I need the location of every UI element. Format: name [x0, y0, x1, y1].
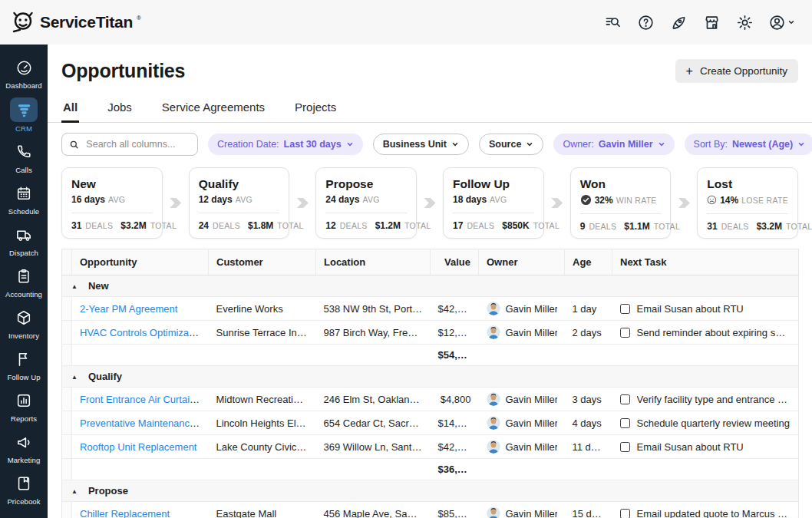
truck-icon [15, 226, 33, 244]
owner-name: Gavin Miller [506, 441, 557, 453]
calendar-icon [15, 185, 32, 202]
tab-service-agreements[interactable]: Service Agreements [160, 94, 266, 123]
tab-jobs[interactable]: Jobs [106, 94, 134, 123]
filter-creation-date[interactable]: Creation Date: Last 30 days [208, 134, 363, 155]
sort-by-dropdown[interactable]: Sort By: Newest (Age) [685, 134, 812, 155]
deals-label: DEALS [467, 221, 494, 230]
plus-icon: + [686, 65, 693, 78]
page-title: Opportunities [61, 60, 185, 82]
sidebar-item-inventory[interactable]: Inventory [0, 302, 48, 344]
sidebar-item-crm[interactable]: CRM [0, 94, 48, 137]
column-header-location: Location [316, 249, 431, 275]
opportunity-link[interactable]: HVAC Controls Optimization [80, 327, 205, 338]
total-value: $1.2M [375, 220, 401, 231]
filter-label: Creation Date: [217, 139, 279, 150]
stage-card-won[interactable]: Won 32%WIN RATE 9DEALS $1.1MTOTAL [570, 167, 672, 239]
chevron-down-icon [797, 140, 805, 148]
servicetitan-mascot-icon [10, 9, 36, 35]
create-opportunity-button[interactable]: + Create Opportunity [675, 59, 798, 83]
table-row[interactable]: Rooftop Unit Replacement Lake County Civ… [62, 435, 799, 459]
sidebar-nav: Dashboard CRM Calls Schedule Dispatch Ac… [0, 45, 48, 518]
filter-owner[interactable]: Owner: Gavin Miller [553, 134, 674, 155]
age-cell: 2 days [565, 321, 612, 345]
location-cell: 456 Maple Ave, San Die... [316, 502, 431, 518]
collapse-caret-icon[interactable]: ▲ [71, 488, 78, 495]
filter-value: Gavin Miller [599, 139, 653, 150]
help-icon[interactable] [636, 13, 655, 31]
brand-name: ServiceTitan [40, 13, 133, 31]
sidebar-item-calls[interactable]: Calls [0, 137, 48, 178]
opportunity-link[interactable]: Front Entrance Air Curtain In... [80, 394, 209, 405]
avatar [487, 440, 500, 454]
chevron-down-icon [526, 140, 533, 148]
stage-card-qualify[interactable]: Qualify 12 daysAVG 24DEALS $1.8MTOTAL [189, 167, 290, 239]
sidebar-item-projects[interactable]: Projects [0, 510, 48, 518]
customer-cell: Lake County Civic Hall [209, 435, 316, 459]
sidebar-item-follow-up[interactable]: Follow Up [0, 344, 48, 385]
stage-name: New [71, 177, 153, 191]
marketplace-icon[interactable] [702, 13, 721, 31]
stage-arrow-icon [163, 167, 189, 239]
pipeline-stage-cards: New 16 daysAVG 31DEALS $3.2MTOTAL Qualif… [48, 165, 812, 239]
sidebar-item-accounting[interactable]: Accounting [0, 261, 48, 302]
location-cell: 654 Cedar Ct, Sacramen... [316, 411, 431, 435]
stage-metric-value: 32% [595, 195, 613, 206]
stage-card-lost[interactable]: Lost 14%LOSE RATE 31DEALS $3.2MTOTAL [697, 167, 798, 239]
sort-label: Sort By: [694, 139, 728, 150]
search-input-wrap[interactable] [61, 133, 198, 156]
cube-icon [15, 309, 32, 326]
task-checkbox[interactable] [620, 304, 630, 314]
value-cell: $42,000 [431, 435, 479, 459]
stage-card-new[interactable]: New 16 daysAVG 31DEALS $3.2MTOTAL [61, 167, 163, 239]
age-cell: 1 day [565, 297, 612, 321]
sidebar-item-label: Marketing [8, 456, 41, 464]
opportunity-link[interactable]: 2-Year PM Agreement [80, 303, 177, 315]
collapse-caret-icon[interactable]: ▲ [71, 374, 78, 381]
filter-source[interactable]: Source [479, 134, 543, 155]
settings-gear-icon[interactable] [735, 13, 754, 31]
filter-business-unit[interactable]: Business Unit [373, 134, 469, 155]
sidebar-item-reports[interactable]: Reports [0, 385, 48, 427]
group-header-qualify[interactable]: ▲Qualify [62, 366, 799, 388]
task-checkbox[interactable] [620, 509, 630, 518]
total-value: $1.1M [624, 221, 649, 232]
stage-card-follow-up[interactable]: Follow Up 18 daysAVG 17DEALS $850KTOTAL [443, 167, 544, 239]
group-name: Qualify [88, 371, 122, 382]
tab-all[interactable]: All [61, 94, 79, 123]
table-row[interactable]: Preventative Maintenance Tu... Lincoln H… [62, 411, 799, 435]
column-header-age: Age [565, 249, 612, 275]
global-search-icon[interactable] [603, 13, 622, 31]
collapse-caret-icon[interactable]: ▲ [71, 283, 78, 290]
sidebar-item-pricebook[interactable]: Pricebook [0, 468, 48, 510]
opportunity-link[interactable]: Preventative Maintenance Tu... [80, 417, 209, 429]
sidebar-item-label: Schedule [8, 207, 39, 216]
account-menu[interactable] [768, 14, 795, 31]
sidebar-item-dashboard[interactable]: Dashboard [0, 52, 48, 94]
group-header-propose[interactable]: ▲Propose [62, 480, 799, 502]
table-row[interactable]: Front Entrance Air Curtain In... Midtown… [62, 388, 799, 411]
task-checkbox[interactable] [620, 418, 630, 428]
sidebar-item-schedule[interactable]: Schedule [0, 178, 48, 219]
stage-arrow-icon [417, 167, 443, 239]
tab-projects[interactable]: Projects [293, 94, 338, 123]
opportunity-link[interactable]: Chiller Replacement [80, 508, 170, 518]
opportunity-link[interactable]: Rooftop Unit Replacement [80, 441, 196, 453]
task-checkbox[interactable] [620, 442, 630, 452]
stage-card-propose[interactable]: Propose 24 daysAVG 12DEALS $1.2MTOTAL [315, 167, 417, 239]
task-checkbox[interactable] [620, 328, 630, 338]
sidebar-item-dispatch[interactable]: Dispatch [0, 219, 48, 261]
table-row[interactable]: Chiller Replacement Eastgate Mall 456 Ma… [62, 502, 799, 518]
bar-chart-icon [15, 392, 32, 409]
rocket-icon[interactable] [669, 13, 688, 31]
owner-name: Gavin Miller [506, 394, 557, 405]
group-header-new[interactable]: ▲New [62, 275, 799, 297]
value-cell: $14,000 [431, 411, 479, 435]
search-input[interactable] [84, 138, 190, 150]
sidebar-item-marketing[interactable]: Marketing [0, 427, 48, 468]
servicetitan-logo[interactable]: ServiceTitan ® [10, 9, 141, 35]
table-row[interactable]: 2-Year PM Agreement Everline Works 538 N… [62, 297, 799, 321]
task-checkbox[interactable] [620, 394, 630, 404]
column-header-owner: Owner [479, 249, 565, 275]
table-row[interactable]: HVAC Controls Optimization Sunrise Terra… [62, 321, 799, 345]
flag-icon [15, 351, 32, 368]
